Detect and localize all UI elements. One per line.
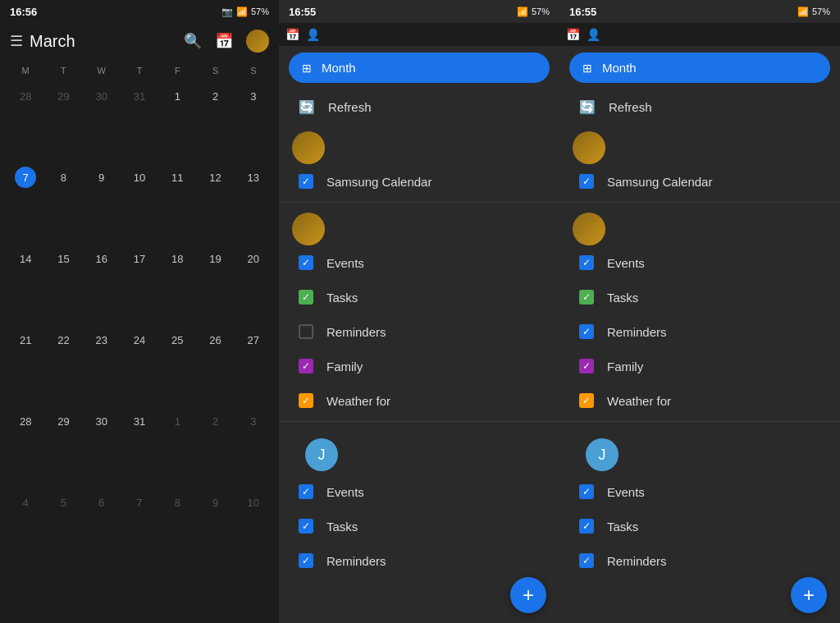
right-family-label-1: Family [607,360,643,373]
cal-cell[interactable]: 31 [121,408,158,489]
refresh-item-right[interactable]: 🔄 Refresh [559,89,840,125]
cal-cell[interactable]: 11 [158,163,196,245]
cal-cell[interactable]: 27 [235,326,272,407]
month-button-right[interactable]: ⊞ Month [569,53,830,83]
weather-item-1[interactable]: ✓ Weather for [279,383,559,418]
cal-cell[interactable]: 29 [44,82,82,163]
hamburger-icon[interactable]: ☰ [10,32,23,50]
profile1-avatar[interactable] [292,213,325,245]
cal-cell[interactable]: 6 [83,489,121,570]
cal-cell[interactable]: 3 [235,82,272,163]
events-checkbox-1[interactable]: ✓ [299,255,313,270]
cal-cell[interactable]: 28 [7,408,44,489]
right-samsung-calendar-item[interactable]: ✓ Samsung Calendar [559,164,840,199]
family-checkbox-1[interactable]: ✓ [299,359,313,373]
right-family-item-1[interactable]: ✓ Family [559,349,840,383]
right-events-item-1[interactable]: ✓ Events [559,245,840,280]
search-icon[interactable]: 🔍 [184,32,202,50]
right-reminders-checkbox-1[interactable]: ✓ [579,324,594,339]
tasks-checkbox-1[interactable]: ✓ [299,290,313,305]
month-button-left[interactable]: ⊞ Month [289,53,550,83]
weather-checkbox-1[interactable]: ✓ [299,393,313,408]
cal-cell[interactable]: 19 [196,245,234,326]
cal-cell[interactable]: 29 [44,408,82,489]
right-weather-checkbox-1[interactable]: ✓ [579,393,594,408]
right-j-reminders-item[interactable]: ✓ Reminders [559,543,840,570]
right-weather-item-1[interactable]: ✓ Weather for [559,383,840,418]
cal-cell[interactable]: 9 [83,163,121,245]
right-j-tasks-item[interactable]: ✓ Tasks [559,509,840,543]
tasks-item-1[interactable]: ✓ Tasks [279,280,559,314]
fab-add-button-right[interactable]: + [791,577,827,613]
cal-cell[interactable]: 17 [121,245,158,326]
grid-view-icon[interactable]: 📅 [215,32,233,50]
cal-cell[interactable]: 10 [235,489,272,570]
cal-cell[interactable]: 28 [7,82,44,163]
cal-cell[interactable]: 13 [235,163,272,245]
right-j-events-checkbox[interactable]: ✓ [579,484,594,499]
cal-cell[interactable]: 3 [235,408,272,489]
right-j-reminders-checkbox[interactable]: ✓ [579,553,594,568]
cal-cell[interactable]: 2 [196,82,234,163]
tasks-label-1: Tasks [326,291,358,305]
calendar-days-header: M T W T F S S [0,59,279,82]
right-j-tasks-checkbox[interactable]: ✓ [579,519,594,534]
reminders-item-1[interactable]: Reminders [279,314,559,349]
cal-cell[interactable]: 7 [7,163,44,245]
cal-cell[interactable]: 31 [121,82,158,163]
month-label-left: Month [322,61,356,75]
cal-cell[interactable]: 26 [196,326,234,407]
cal-cell[interactable]: 18 [158,245,196,326]
cal-cell[interactable]: 21 [7,326,44,407]
cal-cell[interactable]: 30 [83,408,121,489]
right-reminders-item-1[interactable]: ✓ Reminders [559,314,840,349]
right-tasks-item-1[interactable]: ✓ Tasks [559,280,840,314]
samsung-calendar-item[interactable]: ✓ Samsung Calendar [279,164,559,199]
cal-cell[interactable]: 22 [44,326,82,407]
fab-add-button-middle[interactable]: + [510,577,546,613]
right-j-events-item[interactable]: ✓ Events [559,474,840,509]
cal-cell[interactable]: 10 [121,163,158,245]
cal-cell[interactable]: 15 [44,245,82,326]
cal-cell[interactable]: 20 [235,245,272,326]
samsung-checkbox[interactable]: ✓ [299,174,313,189]
cal-cell[interactable]: 14 [7,245,44,326]
refresh-item-left[interactable]: 🔄 Refresh [279,89,559,125]
right-events-checkbox-1[interactable]: ✓ [579,255,594,270]
cal-cell[interactable]: 2 [196,408,234,489]
j-tasks-checkbox[interactable]: ✓ [299,519,313,534]
cal-cell[interactable]: 1 [158,408,196,489]
cal-cell[interactable]: 9 [196,489,234,570]
j-reminders-checkbox[interactable]: ✓ [299,553,313,568]
right-j-avatar[interactable]: J [586,438,619,471]
j-events-checkbox[interactable]: ✓ [299,484,313,499]
right-tasks-checkbox-1[interactable]: ✓ [579,290,594,305]
cal-cell[interactable]: 16 [83,245,121,326]
weather-label-1: Weather for [326,394,390,408]
family-item-1[interactable]: ✓ Family [279,349,559,383]
j-reminders-item[interactable]: ✓ Reminders [279,543,559,570]
cal-cell[interactable]: 25 [158,326,196,407]
reminders-checkbox-1[interactable] [299,324,313,339]
right-family-checkbox-1[interactable]: ✓ [579,359,594,373]
j-tasks-item[interactable]: ✓ Tasks [279,509,559,543]
cal-cell[interactable]: 1 [158,82,196,163]
j-events-item[interactable]: ✓ Events [279,474,559,509]
j-avatar[interactable]: J [305,438,338,471]
cal-cell[interactable]: 30 [83,82,121,163]
cal-cell[interactable]: 23 [83,326,121,407]
cal-cell[interactable]: 4 [7,489,44,570]
cal-cell[interactable]: 8 [158,489,196,570]
cal-cell[interactable]: 7 [121,489,158,570]
right-samsung-avatar[interactable] [573,131,605,164]
cal-cell[interactable]: 12 [196,163,234,245]
right-weather-label-1: Weather for [607,394,671,408]
cal-cell[interactable]: 5 [44,489,82,570]
right-samsung-checkbox[interactable]: ✓ [579,174,594,189]
samsung-avatar[interactable] [292,131,325,164]
right-profile1-avatar[interactable] [573,213,605,245]
user-avatar[interactable] [246,30,269,53]
cal-cell[interactable]: 8 [44,163,82,245]
cal-cell[interactable]: 24 [121,326,158,407]
events-item-1[interactable]: ✓ Events [279,245,559,280]
